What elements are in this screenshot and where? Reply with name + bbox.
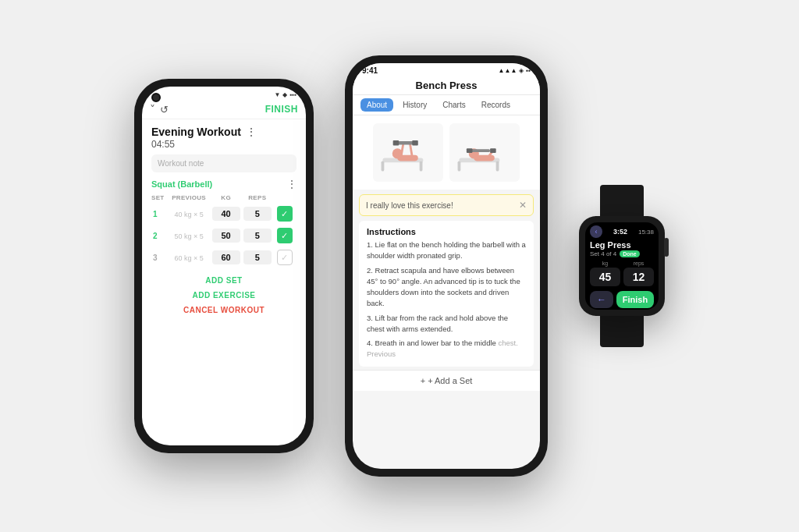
exercise-image-1: [373, 123, 443, 182]
note-close-button[interactable]: ✕: [519, 200, 527, 211]
set-kg-input[interactable]: 50: [212, 229, 240, 243]
workout-note[interactable]: Workout note: [151, 154, 297, 172]
workout-title-row: Evening Workout ⋮: [151, 126, 297, 138]
instructions-text: 1. Lie flat on the bench holding the bar…: [367, 239, 526, 360]
watch-top-bar: ‹ 3:52 15:38: [585, 222, 659, 239]
exercise-detail-title: Bench Press: [353, 75, 540, 95]
set-reps-input[interactable]: 5: [243, 207, 272, 221]
col-kg: KG: [211, 193, 242, 203]
set-previous: 50 kg × 5: [174, 232, 203, 240]
set-number: 1: [153, 210, 158, 218]
watch-set-text: Set 4 of 4: [590, 250, 616, 257]
workout-menu-icon[interactable]: ⋮: [246, 126, 257, 138]
watch-body: ‹ 3:52 15:38 Leg Press Set 4 of 4 Done k…: [579, 216, 665, 316]
watch-reps-value[interactable]: 12: [623, 268, 654, 286]
exercise-header: Squat (Barbell) ⋮: [151, 179, 297, 190]
phone2: 9:41 ▲▲▲ ◈ ▪▪ Bench Press About History …: [345, 55, 548, 477]
watch-band-bottom: [600, 316, 644, 347]
signal-icon: ▼: [275, 91, 281, 98]
apple-watch: ‹ 3:52 15:38 Leg Press Set 4 of 4 Done k…: [579, 185, 665, 347]
add-set-footer[interactable]: + + Add a Set: [353, 370, 540, 391]
add-exercise-button[interactable]: ADD EXERCISE: [151, 288, 297, 303]
sets-table: SET PREVIOUS KG REPS 1 40 kg × 5 40: [151, 193, 297, 268]
col-reps: REPS: [242, 193, 273, 203]
svg-rect-19: [490, 148, 496, 153]
tab-records[interactable]: Records: [475, 98, 517, 112]
phone1-status-bar: ▼ ◆ ▪▪▪: [142, 87, 306, 100]
battery-icon: ▪▪: [526, 67, 531, 74]
set-number: 3: [153, 254, 158, 262]
watch-back-chevron[interactable]: ‹: [590, 225, 602, 238]
watch-done-badge: Done: [620, 250, 640, 257]
watch-kg-col: kg 45: [590, 261, 620, 286]
finish-button[interactable]: FINISH: [265, 104, 298, 115]
watch-inputs-row: kg 45 reps 12: [585, 259, 659, 288]
battery-icon: ▪▪▪: [289, 91, 297, 98]
set-kg-input[interactable]: 60: [212, 250, 240, 264]
watch-reps-label: reps: [623, 261, 654, 266]
set-check-button[interactable]: ✓: [277, 228, 293, 243]
watch-clock-time: 15:38: [638, 229, 654, 236]
phone1-toolbar: ˅ ↺ FINISH: [142, 100, 306, 119]
instruction-step-1: 1. Lie flat on the bench holding the bar…: [367, 239, 526, 262]
chevron-down-icon[interactable]: ˅: [150, 103, 155, 115]
arrow-left-icon: ←: [597, 294, 606, 305]
svg-line-6: [410, 143, 412, 156]
watch-crown[interactable]: [664, 238, 669, 257]
table-row: 3 60 kg × 5 60 5 ✓: [151, 246, 297, 268]
tabs-row: About History Charts Records: [353, 95, 540, 115]
iphone-status-bar: 9:41 ▲▲▲ ◈ ▪▪: [353, 63, 540, 75]
add-set-button[interactable]: ADD SET: [151, 271, 297, 288]
set-reps-input[interactable]: 5: [243, 229, 272, 243]
set-number: 2: [153, 232, 158, 240]
workout-time: 04:55: [151, 139, 297, 150]
instruction-step-3: 3. Lift bar from the rack and hold above…: [367, 313, 526, 335]
watch-previous-button[interactable]: ←: [590, 291, 613, 308]
svg-rect-12: [495, 161, 499, 171]
signal-bars: ▲▲▲: [499, 67, 517, 74]
set-reps-input[interactable]: 5: [243, 250, 272, 264]
set-previous: 60 kg × 5: [174, 254, 203, 262]
tab-charts[interactable]: Charts: [436, 98, 471, 112]
camera-cutout: [151, 93, 161, 102]
refresh-icon[interactable]: ↺: [160, 104, 169, 115]
watch-band-top: [600, 185, 644, 216]
phone2-screen: 9:41 ▲▲▲ ◈ ▪▪ Bench Press About History …: [353, 63, 540, 469]
phone1-screen: ▼ ◆ ▪▪▪ ˅ ↺ FINISH Evening Workout ⋮ 04:…: [142, 87, 306, 445]
svg-rect-2: [419, 161, 422, 171]
scene: ▼ ◆ ▪▪▪ ˅ ↺ FINISH Evening Workout ⋮ 04:…: [119, 40, 680, 492]
watch-kg-value[interactable]: 45: [590, 268, 620, 286]
cancel-workout-button[interactable]: CANCEL WORKOUT: [151, 303, 297, 317]
svg-rect-11: [457, 161, 460, 171]
instructions-section: Instructions 1. Lie flat on the bench ho…: [359, 221, 534, 367]
watch-exercise-name: Leg Press: [585, 239, 659, 250]
set-check-button[interactable]: ✓: [277, 250, 293, 265]
watch-screen: ‹ 3:52 15:38 Leg Press Set 4 of 4 Done k…: [585, 222, 659, 310]
exercise-name: Squat (Barbell): [151, 179, 212, 189]
add-set-label: + Add a Set: [428, 376, 472, 385]
set-check-button[interactable]: ✓: [277, 206, 293, 222]
watch-finish-button[interactable]: Finish: [616, 291, 654, 308]
tab-history[interactable]: History: [396, 98, 433, 112]
watch-reps-col: reps 12: [623, 261, 654, 286]
table-row: 1 40 kg × 5 40 5 ✓: [151, 203, 297, 225]
svg-rect-18: [466, 148, 472, 153]
set-previous: 40 kg × 5: [174, 211, 203, 218]
iphone-time: 9:41: [362, 66, 378, 75]
svg-rect-17: [471, 149, 490, 152]
instruction-step-2: 2. Retract scapula and have elbows betwe…: [367, 265, 526, 310]
table-row: 2 50 kg × 5 50 5 ✓: [151, 225, 297, 246]
set-kg-input[interactable]: 40: [212, 207, 240, 221]
watch-kg-label: kg: [590, 261, 620, 266]
exercise-images: [353, 115, 540, 190]
wifi-icon: ◈: [519, 67, 524, 74]
exercise-image-2: [449, 123, 520, 182]
svg-line-5: [401, 143, 403, 156]
exercise-menu-icon[interactable]: ⋮: [287, 179, 297, 190]
tab-about[interactable]: About: [360, 98, 393, 112]
instruction-step-4: 4. Breath in and lower bar to the middle…: [367, 338, 526, 360]
col-set: SET: [151, 193, 168, 203]
phone1: ▼ ◆ ▪▪▪ ˅ ↺ FINISH Evening Workout ⋮ 04:…: [134, 79, 314, 453]
iphone-status-icons: ▲▲▲ ◈ ▪▪: [499, 67, 531, 74]
watch-set-info: Set 4 of 4 Done: [585, 250, 659, 259]
